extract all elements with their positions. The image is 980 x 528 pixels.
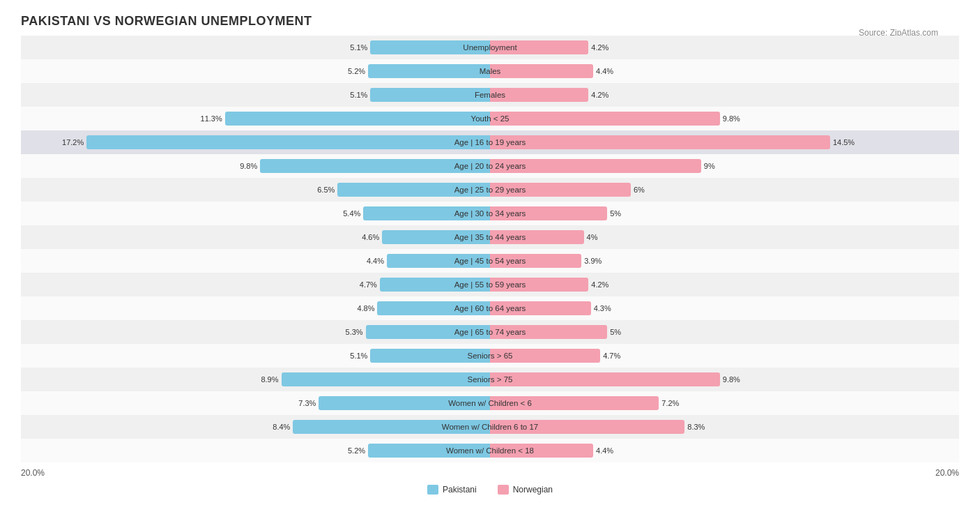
val-norwegian: 9.8% <box>723 375 740 384</box>
bar-row: 5.1% Unemployment 4.2% <box>21 36 959 59</box>
bar-row: 5.2% Males 4.4% <box>21 59 959 83</box>
val-pakistani: 5.2% <box>348 67 365 75</box>
bar-blue <box>86 135 490 149</box>
axis-left: 20.0% <box>21 468 490 478</box>
bar-row: 11.3% Youth < 25 9.8% <box>21 107 959 130</box>
chart-title: PAKISTANI VS NORWEGIAN UNEMPLOYMENT <box>21 14 959 29</box>
bar-row: 4.6% Age | 35 to 44 years 4% <box>21 225 959 249</box>
bar-pink <box>490 135 830 149</box>
center-label: Youth < 25 <box>468 114 513 123</box>
val-norwegian: 7.2% <box>661 399 679 407</box>
bar-row: 8.4% Women w/ Children 6 to 17 8.3% <box>21 415 959 439</box>
val-pakistani: 6.5% <box>317 186 335 194</box>
center-label: Unemployment <box>459 43 520 52</box>
header-row: PAKISTANI VS NORWEGIAN UNEMPLOYMENT Sour… <box>21 14 959 29</box>
val-norwegian: 4% <box>587 233 598 241</box>
bar-pink <box>490 64 593 78</box>
bar-row: 8.9% Seniors > 75 9.8% <box>21 368 959 391</box>
bar-row: 5.1% Seniors > 65 4.7% <box>21 344 959 368</box>
val-pakistani: 5.3% <box>346 328 363 336</box>
center-label: Women w/ Children < 18 <box>443 446 537 455</box>
center-label: Age | 35 to 44 years <box>451 233 530 241</box>
val-pakistani: 5.2% <box>348 446 365 455</box>
center-label: Age | 45 to 54 years <box>451 257 530 265</box>
val-pakistani: 11.3% <box>201 114 222 123</box>
chart-area: 5.1% Unemployment 4.2% 5.2% Males 4.4% <box>21 36 959 462</box>
val-norwegian: 3.9% <box>584 257 602 265</box>
bar-pink <box>490 112 720 126</box>
legend-label-pakistani: Pakistani <box>443 485 477 495</box>
bar-row: 7.3% Women w/ Children < 6 7.2% <box>21 391 959 415</box>
center-label: Age | 20 to 24 years <box>451 162 530 170</box>
val-norwegian: 4.7% <box>603 352 620 360</box>
val-pakistani: 8.9% <box>261 375 278 384</box>
bar-blue <box>368 64 490 78</box>
val-pakistani: 5.1% <box>350 91 367 99</box>
center-label: Women w/ Children 6 to 17 <box>438 423 542 431</box>
val-norwegian: 8.3% <box>687 423 705 431</box>
legend-box-pakistani <box>427 485 438 495</box>
val-norwegian: 4.3% <box>594 304 611 312</box>
center-label: Males <box>476 67 505 75</box>
legend-pakistani: Pakistani <box>427 485 477 495</box>
val-pakistani: 5.4% <box>343 209 360 218</box>
bar-row: 5.3% Age | 65 to 74 years 5% <box>21 320 959 344</box>
val-pakistani: 4.4% <box>367 257 384 265</box>
bar-row: 4.8% Age | 60 to 64 years 4.3% <box>21 296 959 320</box>
val-pakistani: 4.6% <box>362 233 379 241</box>
bar-row: 5.4% Age | 30 to 34 years 5% <box>21 202 959 225</box>
val-norwegian: 4.2% <box>591 43 608 52</box>
bar-row: 17.2% Age | 16 to 19 years 14.5% <box>21 130 959 154</box>
val-pakistani: 17.2% <box>62 138 84 146</box>
val-norwegian: 4.2% <box>591 91 608 99</box>
center-label: Age | 65 to 74 years <box>451 328 530 336</box>
val-pakistani: 8.4% <box>273 423 290 431</box>
center-label: Age | 25 to 29 years <box>451 186 530 194</box>
legend-label-norwegian: Norwegian <box>513 485 553 495</box>
bar-blue <box>225 112 490 126</box>
bar-row: 5.1% Females 4.2% <box>21 83 959 107</box>
val-norwegian: 5% <box>610 328 621 336</box>
center-label: Age | 30 to 34 years <box>451 209 530 218</box>
bar-row: 4.4% Age | 45 to 54 years 3.9% <box>21 249 959 273</box>
center-label: Age | 16 to 19 years <box>451 138 530 146</box>
bar-pink <box>490 372 720 386</box>
legend-box-norwegian <box>498 485 509 495</box>
bar-blue <box>282 372 490 386</box>
bar-row: 4.7% Age | 55 to 59 years 4.2% <box>21 273 959 296</box>
bar-row: 9.8% Age | 20 to 24 years 9% <box>21 154 959 178</box>
chart-container: PAKISTANI VS NORWEGIAN UNEMPLOYMENT Sour… <box>0 0 980 515</box>
center-label: Age | 55 to 59 years <box>451 280 530 289</box>
val-norwegian: 9.8% <box>723 114 740 123</box>
val-norwegian: 6% <box>634 186 645 194</box>
val-norwegian: 4.4% <box>596 446 613 455</box>
bar-row: 5.2% Women w/ Children < 18 4.4% <box>21 439 959 462</box>
legend: Pakistani Norwegian <box>21 485 959 495</box>
axis-right: 20.0% <box>490 468 959 478</box>
val-norwegian: 9% <box>704 162 715 170</box>
val-norwegian: 14.5% <box>833 138 855 146</box>
bar-row: 6.5% Age | 25 to 29 years 6% <box>21 178 959 202</box>
center-label: Age | 60 to 64 years <box>451 304 530 312</box>
center-label: Women w/ Children < 6 <box>445 399 535 407</box>
val-pakistani: 7.3% <box>298 399 316 407</box>
center-label: Seniors > 75 <box>464 375 516 384</box>
axis-row: 20.0% 20.0% <box>21 468 959 478</box>
center-label: Females <box>471 91 509 99</box>
val-pakistani: 4.8% <box>357 304 374 312</box>
legend-norwegian: Norwegian <box>498 485 553 495</box>
val-pakistani: 5.1% <box>350 43 367 52</box>
val-norwegian: 4.4% <box>596 67 613 75</box>
val-pakistani: 4.7% <box>360 280 377 289</box>
val-norwegian: 5% <box>610 209 621 218</box>
center-label: Seniors > 65 <box>464 352 516 360</box>
val-norwegian: 4.2% <box>591 280 608 289</box>
val-pakistani: 5.1% <box>350 352 367 360</box>
val-pakistani: 9.8% <box>240 162 257 170</box>
